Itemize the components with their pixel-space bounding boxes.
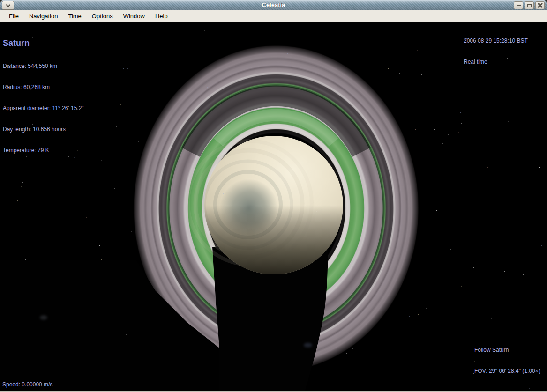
follow-status: Follow Saturn	[474, 347, 540, 354]
follow-fov-display: Follow Saturn FOV: 29° 06' 28.4" (1.00×)	[474, 333, 540, 389]
galaxy-smudge	[40, 315, 47, 320]
menu-help[interactable]: Help	[150, 10, 172, 22]
window-title: Celestia	[0, 1, 547, 8]
window-menu-button[interactable]	[2, 1, 14, 10]
maximize-icon	[527, 4, 532, 7]
maximize-button[interactable]	[525, 1, 534, 9]
time-display: 2006 08 29 15:28:10 BST Real time	[464, 23, 528, 80]
object-day-length: Day length: 10.656 hours	[3, 126, 84, 133]
galaxy-smudge	[304, 343, 312, 348]
object-radius: Radius: 60,268 km	[3, 84, 84, 91]
object-distance: Distance: 544,550 km	[3, 63, 84, 70]
titlebar[interactable]: Celestia	[0, 0, 547, 10]
menu-options[interactable]: Options	[87, 10, 118, 22]
menu-file[interactable]: File	[4, 10, 23, 22]
minimize-icon	[517, 5, 521, 6]
object-temperature: Temperature: 79 K	[3, 147, 84, 154]
menubar: File Navigation Time Options Window Help	[0, 10, 547, 22]
space-view[interactable]: Saturn Distance: 544,550 km Radius: 60,2…	[0, 22, 547, 391]
time-mode: Real time	[464, 59, 528, 66]
object-name: Saturn	[3, 38, 84, 48]
window-controls	[514, 1, 545, 9]
close-icon	[538, 3, 543, 8]
selected-object-info: Saturn Distance: 544,550 km Radius: 60,2…	[3, 24, 84, 168]
object-apparent-diameter: Apparent diameter: 11° 26' 15.2"	[3, 105, 84, 112]
menu-navigation[interactable]: Navigation	[24, 10, 62, 22]
minimize-button[interactable]	[514, 1, 523, 9]
menu-window[interactable]: Window	[119, 10, 150, 22]
current-datetime: 2006 08 29 15:28:10 BST	[464, 37, 528, 44]
celestia-window: Celestia File Navigation Time Options Wi…	[0, 0, 547, 392]
speed-display: Speed: 0.00000 m/s	[2, 381, 52, 388]
fov-display: FOV: 29° 06' 28.4" (1.00×)	[474, 368, 540, 375]
close-button[interactable]	[535, 1, 545, 9]
menu-time[interactable]: Time	[63, 10, 86, 22]
chevron-down-icon	[6, 2, 10, 7]
